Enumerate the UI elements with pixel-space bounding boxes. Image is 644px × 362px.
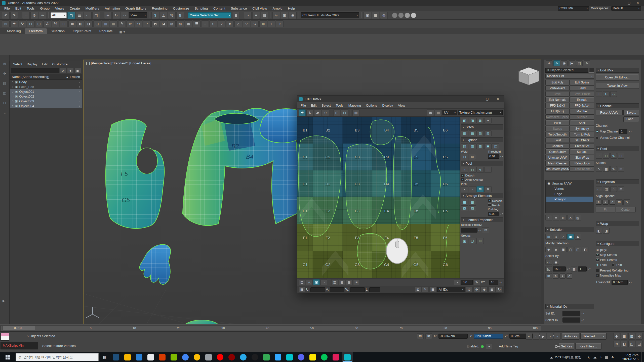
map-seams-checkbox[interactable]: ✓ [596,253,599,257]
toolbar2-icon[interactable]: ◇ [210,20,217,27]
pin-icon[interactable]: ▪ [461,186,468,192]
snap-edge-icon[interactable]: ⊟ [346,279,352,285]
snap-grid-icon[interactable]: ≣ [331,279,338,285]
taskbar-app-icon[interactable] [168,352,180,362]
strip-icon-split[interactable]: ◫ [3,91,6,95]
rescale-priority-field[interactable] [461,228,477,233]
percent-snap-icon[interactable]: % [168,12,176,19]
tab-hierarchy-icon[interactable]: ◉ [561,60,568,66]
stack-modifier-row[interactable]: ◉ Unwrap UVW [546,181,593,186]
save-button[interactable]: Save... [623,110,639,115]
select-group-icon[interactable]: ⊞ [476,238,484,244]
toolbar2-icon[interactable]: ▧ [168,20,176,27]
refresh-icon[interactable]: ↻ [496,287,503,292]
list-item[interactable]: ○▣Object004○ [10,104,82,108]
key-filters-button[interactable]: Key Filters... [575,343,601,350]
wrap-spline-icon[interactable]: ◨ [603,228,610,234]
uv-grid-cell[interactable]: D4 [372,170,401,197]
planar-map-icon[interactable]: ▭ [596,186,602,192]
rectangular-region-icon[interactable]: ▭ [84,12,92,19]
align-y-button[interactable]: Y [602,200,609,205]
flatten-angle-icon[interactable]: ▦ [476,143,484,149]
window-crossing-icon[interactable]: ◫ [92,12,100,19]
bind-to-spacewarp-icon[interactable]: ∿ [39,12,46,19]
isolate-selection-icon[interactable]: ⊡ [417,333,424,339]
explorer-menu-item[interactable]: Customize [50,62,70,66]
toolbar2-icon[interactable]: ◨ [85,20,93,27]
menu-item[interactable]: Create [67,7,83,10]
menu-item[interactable]: Scripting [192,7,211,10]
flatten-smoothing-icon[interactable]: ▣ [484,143,492,149]
ungroup-icon[interactable]: ▢ [469,238,476,244]
planar-angle-icon[interactable]: ◺ [545,266,552,272]
render-circle-icon[interactable] [392,13,397,18]
object-color-swatch[interactable] [589,68,594,73]
uv-grid-cell[interactable]: B2 [313,117,343,144]
dialog-title-bar[interactable]: Edit UVWs – ▢ ✕ [297,96,504,102]
selection-rollout-header[interactable]: Selection [545,227,594,232]
modifier-button[interactable]: Edit Normals [545,97,570,102]
object-name-field[interactable]: 3 Objects Selected [545,68,588,73]
uv-grid-cell[interactable]: G1 [297,251,313,278]
selected-dropdown[interactable]: Selected▾ [580,333,607,340]
ribbon-tab-selection[interactable]: Selection [47,28,69,34]
render-production-icon[interactable]: ◍ [380,12,388,19]
uv-grid-cell[interactable]: B6 [431,117,460,144]
toolbar2-icon[interactable]: ◐ [268,20,275,27]
show-end-result-icon[interactable]: ≣ [553,215,559,220]
angle-gauge-icon[interactable]: ◔ [454,279,460,285]
uv-grid-cell[interactable]: F1 [297,224,313,251]
align-x-button[interactable]: X [596,200,602,205]
clear-pins-icon[interactable]: ✕ [484,186,492,192]
taskbar-search-box[interactable]: ⊙ 검색하려면 여기에 입력하십시오. [16,353,99,361]
open-uv-editor-button[interactable]: Open UV Editor... [596,74,639,81]
modifier-button[interactable]: Shell [570,120,594,125]
toolbar2-icon[interactable]: ✛ [10,20,18,27]
u-field[interactable] [310,287,325,292]
named-selection-set-field[interactable]: Create Selection Set▾ [188,12,231,18]
x-coordinate-field[interactable]: -83.367cm [438,334,468,339]
uv-grid-cell[interactable]: D5 [401,170,431,197]
uv-grid-cell[interactable]: G4 [372,251,401,278]
toolbar2-icon[interactable]: △ [234,20,242,27]
paint-selection-icon[interactable]: ◫ [575,247,581,252]
visibility-eye-icon[interactable]: ◉ [547,182,550,185]
spinner-icon[interactable]: ▲▼ [628,131,632,132]
list-item[interactable]: ○▣Object003○ [10,99,82,104]
expand-to-seam-icon[interactable]: ⊞ [618,166,624,172]
uv-grid-cell[interactable]: F5 [401,224,431,251]
stack-sub-polygon[interactable]: Polygon [546,197,593,202]
edge-mode-icon[interactable]: ∕ [560,234,567,240]
spinner-icon[interactable]: ▲▼ [567,268,570,270]
orbit-icon[interactable]: ↻ [613,341,620,347]
paint-icon[interactable]: ✎ [422,287,429,292]
taskbar-app-icon[interactable] [237,352,249,362]
dialog-menu-item[interactable]: Tools [333,104,346,107]
uv-editor-canvas[interactable]: B1B2B3B4B5B6 C1C2C3C4C5C6 D1D2D3D4D5D6 E… [297,117,460,278]
volume-icon[interactable]: ♪ [600,355,602,359]
edit-named-sets-icon[interactable]: ⊞ [232,12,240,19]
dialog-menu-item[interactable]: Select [319,104,333,107]
vertex-mode-icon[interactable]: ∷ [553,234,559,240]
pan-icon[interactable]: ✛ [636,333,642,340]
uv-grid-cell[interactable]: C3 [343,144,372,170]
spinner-icon[interactable]: ▲▼ [581,319,585,321]
dialog-menu-item[interactable]: File [298,104,308,107]
modifier-button[interactable]: VertexPaint [545,85,570,91]
model-partial-piece[interactable] [184,320,219,324]
modifier-list-dropdown[interactable]: Modifier List▾ [545,74,594,79]
configure-rollout-header[interactable]: Configure [596,241,639,246]
render-circle-icon[interactable] [411,13,416,18]
auto-key-button[interactable]: Auto Key [562,333,579,340]
map-channel-field[interactable]: 1 [619,129,627,134]
taskbar-app-icon[interactable] [122,352,133,362]
spinner-icon[interactable]: ▲▼ [581,313,585,314]
texture-dropdown[interactable]: Texture Ch...ecker.png)▾ [458,110,503,115]
taskbar-app-icon[interactable] [191,352,203,362]
select-and-link-icon[interactable]: ∞ [22,12,30,19]
toolbar2-icon[interactable]: ≡ [201,20,209,27]
menu-item[interactable]: Graph Editors [123,7,149,10]
reset-peel-icon[interactable]: ⊡ [618,153,624,159]
frozen-dot-icon[interactable]: ○ [79,85,80,88]
grid-toggle-icon[interactable]: ▦ [299,287,305,292]
